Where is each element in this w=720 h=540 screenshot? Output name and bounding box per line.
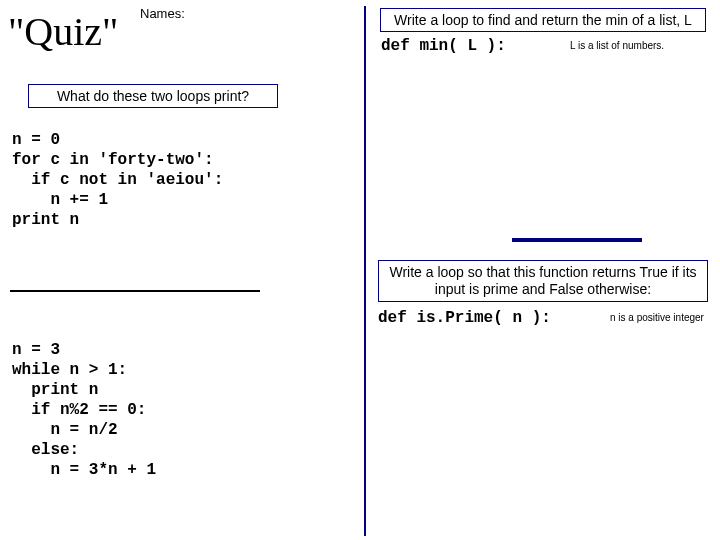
horizontal-divider-left [10,290,260,292]
code-block-1: n = 0 for c in 'forty-two': if c not in … [12,130,223,230]
question-3-box: Write a loop so that this function retur… [378,260,708,302]
question-2-box: Write a loop to find and return the min … [380,8,706,32]
vertical-divider [364,6,366,536]
hint-min: L is a list of numbers. [570,40,664,51]
names-label: Names: [140,6,185,21]
quiz-title: "Quiz" [8,8,118,55]
hint-prime: n is a positive integer [610,312,704,323]
def-min-signature: def min( L ): [381,36,506,56]
def-prime-signature: def is.Prime( n ): [378,308,551,328]
question-1-box: What do these two loops print? [28,84,278,108]
horizontal-divider-right [512,238,642,242]
code-block-2: n = 3 while n > 1: print n if n%2 == 0: … [12,340,156,480]
